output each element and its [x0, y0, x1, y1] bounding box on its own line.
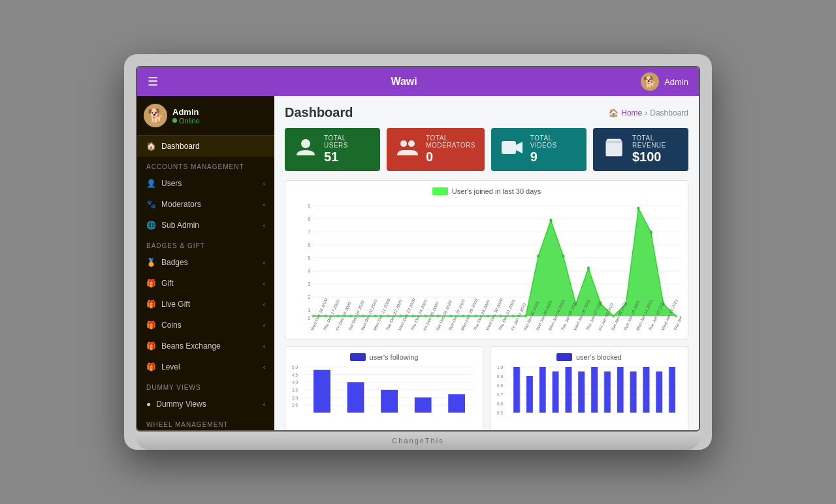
sidebar-item-label: Level — [161, 362, 180, 371]
sidebar-item-label: Users — [161, 179, 182, 188]
stats-row: TOTAL USERS 51 — [285, 128, 688, 171]
sidebar-item-label: Badges — [161, 258, 188, 267]
section-dummy-views: Dummy Views — [137, 377, 274, 394]
sidebar-item-gift[interactable]: 🎁 Gift ‹ — [137, 273, 274, 294]
gift-icon: 🎁 — [146, 279, 156, 288]
blocked-legend: user's blocked — [497, 353, 681, 361]
sidebar-item-label: Gift — [161, 279, 174, 288]
page-header: Dashboard 🏠 Home › Dashboard — [285, 105, 688, 120]
stat-card-revenue: TOTAL REVENUE $100 — [593, 128, 688, 171]
chevron-icon: ‹ — [263, 343, 265, 350]
sidebar-item-users[interactable]: 👤 Users ‹ — [137, 173, 274, 194]
blocked-legend-color — [556, 353, 572, 361]
following-legend-label: user's following — [370, 353, 419, 361]
laptop-base-text: ChangeThis — [392, 437, 443, 445]
sidebar-username: Admin — [172, 107, 200, 117]
stat-card-moderators: TOTAL MODERATORS 0 — [387, 128, 485, 171]
legend-label: User's joined in last 30 days — [452, 187, 541, 195]
stat-users-label: TOTAL USERS — [324, 134, 371, 149]
chevron-icon: ‹ — [263, 280, 265, 287]
stat-revenue-label: TOTAL REVENUE — [632, 134, 679, 149]
subadmin-icon: 🌐 — [146, 221, 156, 230]
chevron-icon: ‹ — [263, 222, 265, 229]
dashboard-icon: 🏠 — [146, 142, 156, 151]
sidebar-item-subadmin[interactable]: 🌐 Sub Admin ‹ — [137, 215, 274, 236]
chevron-icon: ‹ — [263, 301, 265, 308]
chevron-icon: ‹ — [263, 364, 265, 371]
live-gift-icon: 🎁 — [146, 300, 156, 309]
sidebar-user: 🐕 Admin Online — [137, 96, 274, 136]
sidebar-item-label: Dummy Views — [156, 400, 206, 409]
sidebar-item-label: Beans Exchange — [161, 341, 221, 351]
beans-icon: 🎁 — [146, 341, 156, 351]
stat-videos-icon — [500, 136, 524, 164]
stat-revenue-value: $100 — [632, 149, 679, 165]
moderators-icon: 🐾 — [146, 200, 156, 209]
stat-moderators-value: 0 — [426, 149, 475, 165]
level-icon: 🎁 — [146, 362, 156, 371]
sidebar-item-level[interactable]: 🎁 Level ‹ — [137, 356, 274, 377]
page-title: Dashboard — [285, 105, 353, 120]
dummy-views-icon: ● — [146, 400, 151, 409]
main-content: Dashboard 🏠 Home › Dashboard — [274, 96, 699, 430]
following-legend: user's following — [292, 353, 476, 361]
blocked-legend-label: user's blocked — [576, 353, 622, 361]
breadcrumb: 🏠 Home › Dashboard — [609, 108, 688, 118]
sidebar-item-moderators[interactable]: 🐾 Moderators ‹ — [137, 194, 274, 215]
users-icon: 👤 — [146, 179, 156, 188]
sidebar-item-label: Live Gift — [161, 300, 190, 309]
sidebar-item-beans-exchange[interactable]: 🎁 Beans Exchange ‹ — [137, 336, 274, 356]
sidebar-item-label: Coins — [161, 321, 182, 330]
chevron-icon: ‹ — [263, 259, 265, 266]
navbar-brand: Wawi — [167, 76, 641, 87]
coins-icon: 🎁 — [146, 321, 156, 330]
sidebar-item-label: Sub Admin — [161, 221, 199, 230]
sidebar-status: Online — [172, 117, 200, 125]
following-legend-color — [350, 353, 366, 361]
following-chart: user's following — [285, 346, 483, 430]
blocked-chart: user's blocked — [490, 346, 688, 430]
menu-icon[interactable]: ☰ — [148, 74, 167, 89]
chevron-icon: ‹ — [263, 180, 265, 187]
admin-label: Admin — [664, 77, 688, 87]
stat-card-videos: TOTAL VIDEOS 9 — [491, 128, 587, 171]
svg-marker-4 — [516, 142, 522, 153]
navbar: ☰ Wawi 🐕 Admin — [137, 67, 699, 96]
legend-color — [432, 187, 448, 195]
avatar: 🐕 — [641, 72, 659, 91]
stat-card-users: TOTAL USERS 51 — [285, 128, 380, 171]
status-dot — [172, 118, 177, 123]
stat-users-icon — [294, 136, 317, 164]
sidebar: 🐕 Admin Online 🏠 Das — [137, 96, 274, 430]
section-wheel-management: WHEEL MANAGEMENT — [137, 415, 274, 430]
sidebar-item-coins[interactable]: 🎁 Coins ‹ — [137, 315, 274, 336]
chevron-icon: ‹ — [263, 401, 265, 408]
sidebar-item-label: Moderators — [161, 200, 201, 209]
navbar-right: 🐕 Admin — [641, 72, 688, 91]
sidebar-item-dashboard[interactable]: 🏠 Dashboard — [137, 136, 274, 157]
stat-users-value: 51 — [324, 149, 371, 165]
section-badges-gift: BADGES & GIFT — [137, 236, 274, 252]
chevron-icon: ‹ — [263, 322, 265, 329]
svg-point-0 — [301, 139, 310, 148]
svg-point-1 — [400, 140, 407, 147]
breadcrumb-home[interactable]: Home — [621, 108, 642, 118]
main-chart-container: User's joined in last 30 days — [285, 180, 688, 339]
breadcrumb-home-icon: 🏠 — [609, 108, 619, 118]
sidebar-avatar: 🐕 — [144, 104, 167, 127]
stat-videos-value: 9 — [530, 149, 577, 165]
stat-videos-label: TOTAL VIDEOS — [530, 134, 577, 149]
breadcrumb-current: Dashboard — [650, 108, 688, 118]
sidebar-item-label: Dashboard — [161, 142, 200, 151]
svg-rect-3 — [502, 141, 516, 154]
sidebar-item-live-gift[interactable]: 🎁 Live Gift ‹ — [137, 294, 274, 315]
svg-point-2 — [408, 140, 415, 147]
stat-revenue-icon — [602, 136, 626, 164]
sidebar-item-dummy-views[interactable]: ● Dummy Views ‹ — [137, 394, 274, 415]
chart-legend: User's joined in last 30 days — [292, 187, 681, 195]
stat-moderators-label: TOTAL MODERATORS — [426, 134, 475, 149]
section-accounts: ACCOUNTS MANAGEMENT — [137, 157, 274, 173]
bottom-charts: user's following user's blocked — [285, 346, 688, 430]
sidebar-item-badges[interactable]: 🏅 Badges ‹ — [137, 252, 274, 273]
stat-moderators-icon — [396, 136, 419, 164]
